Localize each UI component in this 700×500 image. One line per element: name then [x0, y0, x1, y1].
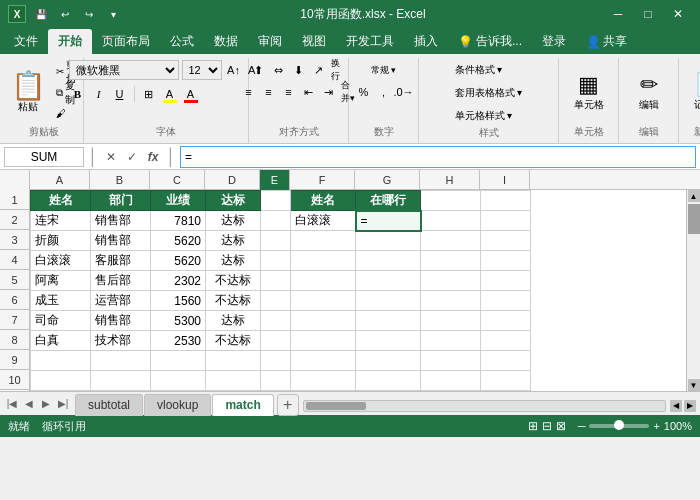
record-btn[interactable]: 📝 记录单	[687, 64, 700, 122]
cell-c2[interactable]: 7810	[151, 211, 206, 231]
sheet-nav-next[interactable]: ▶	[38, 396, 54, 412]
tab-data[interactable]: 数据	[204, 29, 248, 54]
cell-d4[interactable]: 达标	[206, 251, 261, 271]
editing-btn[interactable]: ✏ 编辑	[627, 64, 671, 122]
redo-btn[interactable]: ↪	[80, 5, 98, 23]
cell-d6[interactable]: 不达标	[206, 291, 261, 311]
cells-btn[interactable]: ▦ 单元格	[567, 64, 611, 122]
zoom-out-btn[interactable]: ─	[578, 420, 586, 432]
cell-i10[interactable]	[481, 371, 531, 391]
sheet-nav-prev[interactable]: ◀	[21, 396, 37, 412]
cell-b2[interactable]: 销售部	[91, 211, 151, 231]
cell-e3[interactable]	[261, 231, 291, 251]
cell-e8[interactable]	[261, 331, 291, 351]
normal-view-btn[interactable]: ⊞	[528, 419, 538, 433]
sheet-tab-vlookup[interactable]: vlookup	[144, 394, 211, 416]
font-color-btn[interactable]: A	[182, 84, 200, 104]
sheet-nav-first[interactable]: |◀	[4, 396, 20, 412]
percent-btn[interactable]: %	[355, 82, 373, 102]
cell-d7[interactable]: 达标	[206, 311, 261, 331]
align-left-btn[interactable]: ≡	[240, 82, 258, 102]
cell-b3[interactable]: 销售部	[91, 231, 151, 251]
cell-b7[interactable]: 销售部	[91, 311, 151, 331]
cell-h3[interactable]	[421, 231, 481, 251]
cell-e10[interactable]	[261, 371, 291, 391]
cell-i1[interactable]	[481, 191, 531, 211]
cell-g5[interactable]	[356, 271, 421, 291]
cell-h6[interactable]	[421, 291, 481, 311]
cell-f6[interactable]	[291, 291, 356, 311]
cell-f7[interactable]	[291, 311, 356, 331]
row-header-10[interactable]: 10	[0, 370, 29, 390]
row-header-9[interactable]: 9	[0, 350, 29, 370]
cell-c8[interactable]: 2530	[151, 331, 206, 351]
align-bottom-btn[interactable]: ⬇	[290, 60, 308, 80]
cell-g4[interactable]	[356, 251, 421, 271]
underline-btn[interactable]: U	[111, 84, 129, 104]
zoom-thumb[interactable]	[614, 420, 624, 430]
cell-a4[interactable]: 白滚滚	[31, 251, 91, 271]
col-header-d[interactable]: D	[205, 170, 260, 190]
cell-g7[interactable]	[356, 311, 421, 331]
h-scroll-right[interactable]: ▶	[684, 400, 696, 412]
conditional-format-btn[interactable]: 条件格式 ▾	[450, 60, 508, 80]
text-angle-btn[interactable]: ↗	[310, 60, 328, 80]
col-header-c[interactable]: C	[150, 170, 205, 190]
cell-i3[interactable]	[481, 231, 531, 251]
cell-a5[interactable]: 阿离	[31, 271, 91, 291]
tab-view[interactable]: 视图	[292, 29, 336, 54]
cell-h10[interactable]	[421, 371, 481, 391]
table-format-btn[interactable]: 套用表格格式 ▾	[450, 83, 528, 103]
cell-h7[interactable]	[421, 311, 481, 331]
row-header-6[interactable]: 6	[0, 290, 29, 310]
cell-e5[interactable]	[261, 271, 291, 291]
tab-developer[interactable]: 开发工具	[336, 29, 404, 54]
cell-i9[interactable]	[481, 351, 531, 371]
cell-e7[interactable]	[261, 311, 291, 331]
row-header-2[interactable]: 2	[0, 210, 29, 230]
cell-c5[interactable]: 2302	[151, 271, 206, 291]
fill-color-btn[interactable]: A	[161, 84, 179, 104]
cell-f8[interactable]	[291, 331, 356, 351]
col-header-h[interactable]: H	[420, 170, 480, 190]
cell-f3[interactable]	[291, 231, 356, 251]
cell-d5[interactable]: 不达标	[206, 271, 261, 291]
cell-c1[interactable]: 业绩	[151, 191, 206, 211]
align-top-btn[interactable]: ⬆	[250, 60, 268, 80]
zoom-slider[interactable]	[589, 424, 649, 428]
cell-c9[interactable]	[151, 351, 206, 371]
undo-btn[interactable]: ↩	[56, 5, 74, 23]
add-decimal-btn[interactable]: .0→	[395, 82, 413, 102]
cell-d9[interactable]	[206, 351, 261, 371]
cell-b9[interactable]	[91, 351, 151, 371]
h-scroll-left[interactable]: ◀	[670, 400, 682, 412]
tab-review[interactable]: 审阅	[248, 29, 292, 54]
tab-formula[interactable]: 公式	[160, 29, 204, 54]
cell-b8[interactable]: 技术部	[91, 331, 151, 351]
cancel-formula-btn[interactable]: ✕	[102, 148, 120, 166]
tab-file[interactable]: 文件	[4, 29, 48, 54]
cell-b1[interactable]: 部门	[91, 191, 151, 211]
row-header-8[interactable]: 8	[0, 330, 29, 350]
cell-i5[interactable]	[481, 271, 531, 291]
name-box[interactable]	[4, 147, 84, 167]
comma-btn[interactable]: ,	[375, 82, 393, 102]
scroll-up-btn[interactable]: ▲	[688, 190, 700, 202]
col-header-i[interactable]: I	[480, 170, 530, 190]
col-header-a[interactable]: A	[30, 170, 90, 190]
add-sheet-btn[interactable]: +	[277, 394, 299, 416]
cell-d8[interactable]: 不达标	[206, 331, 261, 351]
cell-f5[interactable]	[291, 271, 356, 291]
cell-b5[interactable]: 售后部	[91, 271, 151, 291]
cell-c3[interactable]: 5620	[151, 231, 206, 251]
cell-h1[interactable]	[421, 191, 481, 211]
minimize-btn[interactable]: ─	[604, 4, 632, 24]
row-header-3[interactable]: 3	[0, 230, 29, 250]
cell-h5[interactable]	[421, 271, 481, 291]
tab-home[interactable]: 开始	[48, 29, 92, 54]
cell-b4[interactable]: 客服部	[91, 251, 151, 271]
tab-share[interactable]: 👤共享	[576, 29, 637, 54]
cell-a8[interactable]: 白真	[31, 331, 91, 351]
align-right-btn[interactable]: ≡	[280, 82, 298, 102]
bold-btn[interactable]: B	[69, 84, 87, 104]
